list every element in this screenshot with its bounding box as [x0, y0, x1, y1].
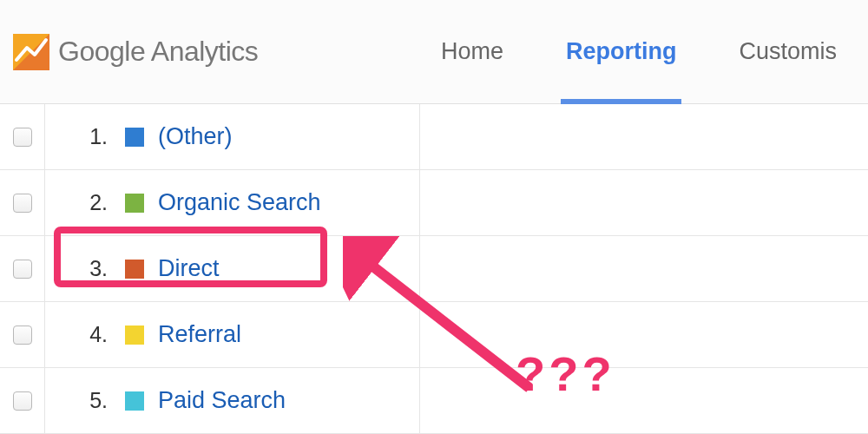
brand-light: Analytics — [151, 36, 259, 67]
row-main-cell: 5. Paid Search — [45, 368, 420, 433]
row-index: 3. — [69, 256, 108, 281]
row-checkbox[interactable] — [13, 326, 32, 345]
color-swatch-icon — [125, 194, 144, 213]
color-swatch-icon — [125, 391, 144, 411]
row-main-cell: 4. Referral — [45, 302, 420, 367]
row-main-cell: 3. Direct — [45, 236, 420, 301]
table-row: 4. Referral — [0, 302, 868, 368]
row-main-cell: 2. Organic Search — [45, 170, 420, 235]
color-swatch-icon — [125, 260, 144, 279]
row-index: 1. — [69, 124, 108, 149]
channel-link[interactable]: Referral — [158, 321, 241, 348]
analytics-logo-icon — [13, 34, 49, 70]
row-checkbox-cell — [0, 302, 45, 367]
row-checkbox[interactable] — [13, 194, 32, 213]
channel-link[interactable]: Paid Search — [158, 387, 286, 414]
main-nav: Home Reporting Customis — [410, 0, 868, 103]
brand-text: Google Analytics — [58, 36, 258, 68]
color-swatch-icon — [125, 326, 144, 345]
row-checkbox-cell — [0, 104, 45, 169]
table-row: 5. Paid Search — [0, 368, 868, 434]
row-checkbox[interactable] — [13, 260, 32, 279]
row-main-cell: 1. (Other) — [45, 104, 420, 169]
color-swatch-icon — [125, 128, 144, 147]
table-row: 3. Direct — [0, 236, 868, 302]
row-index: 4. — [69, 322, 108, 347]
nav-reporting[interactable]: Reporting — [535, 0, 708, 103]
channel-link[interactable]: Organic Search — [158, 189, 321, 216]
row-checkbox[interactable] — [13, 128, 32, 147]
brand-block: Google Analytics — [13, 34, 258, 70]
app-header: Google Analytics Home Reporting Customis — [0, 0, 868, 104]
row-checkbox-cell — [0, 368, 45, 433]
row-index: 5. — [69, 388, 108, 413]
channels-table: 1. (Other) 2. Organic Search 3. Direct — [0, 104, 868, 434]
table-row: 2. Organic Search — [0, 170, 868, 236]
row-checkbox-cell — [0, 170, 45, 235]
brand-bold: Google — [58, 36, 145, 67]
table-row: 1. (Other) — [0, 104, 868, 170]
nav-customisation[interactable]: Customis — [707, 0, 868, 103]
row-index: 2. — [69, 190, 108, 215]
channel-link[interactable]: (Other) — [158, 123, 233, 150]
nav-home[interactable]: Home — [410, 0, 535, 103]
row-checkbox[interactable] — [13, 391, 32, 411]
channel-link[interactable]: Direct — [158, 255, 220, 282]
row-checkbox-cell — [0, 236, 45, 301]
